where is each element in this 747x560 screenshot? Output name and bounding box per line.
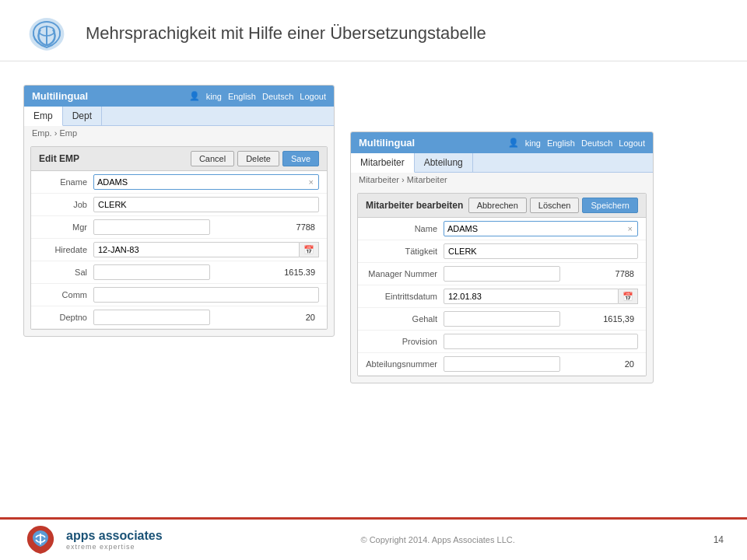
left-field-job: Job (31, 194, 327, 216)
right-field-name: Name × (358, 218, 646, 240)
left-label-deptno: Deptno (39, 313, 93, 322)
right-tab-mitarbeiter[interactable]: Mitarbeiter (351, 153, 415, 173)
left-label-hiredate: Hiredate (39, 245, 93, 254)
right-input-gehalt[interactable] (444, 311, 560, 327)
right-clear-name[interactable]: × (626, 224, 634, 233)
right-calendar-button[interactable]: 📅 (619, 289, 638, 304)
left-delete-button[interactable]: Delete (237, 151, 279, 166)
left-input-ename-wrapper[interactable]: × (93, 174, 319, 190)
right-input-name-wrapper[interactable]: × (444, 221, 638, 236)
right-label-taetigkeit: Tätigkeit (366, 247, 444, 256)
footer-logo-sub: extreme expertise (66, 543, 163, 551)
left-tab-emp[interactable]: Emp (24, 107, 63, 126)
footer-logo-icon (23, 524, 58, 555)
right-user-icon: 👤 (508, 138, 519, 148)
left-field-hiredate: Hiredate 📅 (31, 239, 327, 261)
right-save-button[interactable]: Speichern (582, 198, 638, 213)
header: Mehrsprachigkeit mit Hilfe einer Überset… (0, 0, 747, 61)
right-input-abteilungsnummer[interactable] (444, 356, 560, 372)
left-label-mgr: Mgr (39, 222, 93, 232)
right-value-abteilungsnummer: 20 (560, 359, 638, 369)
left-nav-logout[interactable]: Logout (300, 92, 326, 101)
left-tab-dept[interactable]: Dept (63, 107, 102, 125)
left-input-hiredate[interactable] (93, 242, 300, 257)
right-field-provision: Provision (358, 331, 646, 353)
right-user-name[interactable]: king (525, 138, 541, 148)
left-label-sal: Sal (39, 268, 93, 277)
left-input-ename[interactable] (97, 177, 307, 187)
footer-logo: apps associates extreme expertise (23, 524, 163, 555)
right-form-header: Mitarbeiter bearbeiten Abbrechen Löschen… (358, 194, 646, 218)
right-input-name[interactable] (447, 224, 626, 233)
right-field-eintrittsdatum: Eintrittsdatum 📅 (358, 285, 646, 308)
right-nav-deutsch[interactable]: Deutsch (581, 138, 612, 148)
right-nav-english[interactable]: English (547, 138, 575, 148)
right-form-title: Mitarbeiter bearbeiten (366, 200, 463, 211)
left-user-icon: 👤 (189, 91, 200, 101)
right-app-header: Multilingual 👤 king English Deutsch Logo… (351, 132, 653, 153)
right-field-abteilungsnummer: Abteilungsnummer 20 (358, 353, 646, 376)
left-app-header: Multilingual 👤 king English Deutsch Logo… (24, 86, 334, 107)
right-app-nav: 👤 king English Deutsch Logout (508, 138, 645, 148)
left-calendar-button[interactable]: 📅 (300, 242, 319, 257)
left-label-job: Job (39, 200, 93, 209)
left-nav-english[interactable]: English (228, 92, 256, 101)
left-field-sal: Sal 1615.39 (31, 261, 327, 284)
left-value-deptno: 20 (210, 313, 319, 322)
right-input-manager[interactable] (444, 266, 560, 282)
left-clear-ename[interactable]: × (307, 177, 315, 187)
footer-page-number: 14 (714, 534, 724, 545)
footer-copyright: © Copyright 2014. Apps Associates LLC. (360, 535, 514, 544)
right-input-provision[interactable] (444, 334, 638, 349)
right-eintrittsdatum-wrapper: 📅 (444, 289, 638, 304)
right-delete-button[interactable]: Löschen (530, 198, 580, 213)
left-field-ename: Ename × (31, 171, 327, 194)
right-nav-logout[interactable]: Logout (619, 138, 645, 148)
right-label-abteilungsnummer: Abteilungsnummer (366, 359, 444, 369)
right-label-gehalt: Gehalt (366, 314, 444, 324)
right-form-buttons: Abbrechen Löschen Speichern (468, 198, 638, 213)
right-field-manager: Manager Nummer 7788 (358, 263, 646, 285)
right-value-manager: 7788 (560, 269, 638, 278)
left-value-mgr: 7788 (210, 222, 319, 232)
right-input-taetigkeit[interactable] (444, 243, 638, 259)
left-form-title: Edit EMP (39, 153, 79, 164)
page-title: Mehrsprachigkeit mit Hilfe einer Überset… (86, 23, 486, 44)
left-label-ename: Ename (39, 177, 93, 187)
right-input-eintrittsdatum[interactable] (444, 289, 619, 304)
right-form-section: Mitarbeiter bearbeiten Abbrechen Löschen… (357, 193, 647, 376)
left-tabs-bar: Emp Dept (24, 107, 334, 126)
footer-logo-text-group: apps associates extreme expertise (66, 529, 163, 551)
header-logo-icon (23, 14, 70, 53)
right-field-taetigkeit: Tätigkeit (358, 240, 646, 263)
left-input-deptno[interactable] (93, 310, 210, 325)
right-label-eintrittsdatum: Eintrittsdatum (366, 292, 444, 301)
right-app-window: Multilingual 👤 king English Deutsch Logo… (350, 131, 654, 383)
left-app-title: Multilingual (32, 90, 88, 102)
right-tab-abteilung[interactable]: Abteilung (415, 153, 473, 172)
left-user-name[interactable]: king (206, 92, 222, 101)
left-form-section: Edit EMP Cancel Delete Save Ename × Job (30, 146, 328, 330)
left-value-sal: 1615.39 (210, 268, 319, 277)
right-cancel-button[interactable]: Abbrechen (468, 198, 527, 213)
left-input-job[interactable] (93, 197, 319, 212)
left-app-window: Multilingual 👤 king English Deutsch Logo… (23, 85, 335, 337)
left-input-mgr[interactable] (93, 219, 210, 235)
left-field-mgr: Mgr 7788 (31, 216, 327, 239)
left-cancel-button[interactable]: Cancel (191, 151, 234, 166)
left-label-comm: Comm (39, 290, 93, 299)
right-breadcrumb: Mitarbeiter › Mitarbeiter (351, 173, 653, 187)
left-nav-deutsch[interactable]: Deutsch (262, 92, 293, 101)
right-label-name: Name (366, 224, 444, 233)
left-hiredate-wrapper: 📅 (93, 242, 319, 257)
footer-logo-text: apps associates (66, 529, 163, 543)
left-form-header: Edit EMP Cancel Delete Save (31, 147, 327, 171)
right-label-manager: Manager Nummer (366, 269, 444, 278)
right-field-gehalt: Gehalt 1615,39 (358, 308, 646, 331)
left-input-comm[interactable] (93, 287, 319, 303)
left-save-button[interactable]: Save (282, 151, 319, 166)
right-value-gehalt: 1615,39 (560, 314, 638, 324)
left-input-sal[interactable] (93, 264, 210, 280)
left-field-comm: Comm (31, 284, 327, 306)
right-label-provision: Provision (366, 337, 444, 346)
